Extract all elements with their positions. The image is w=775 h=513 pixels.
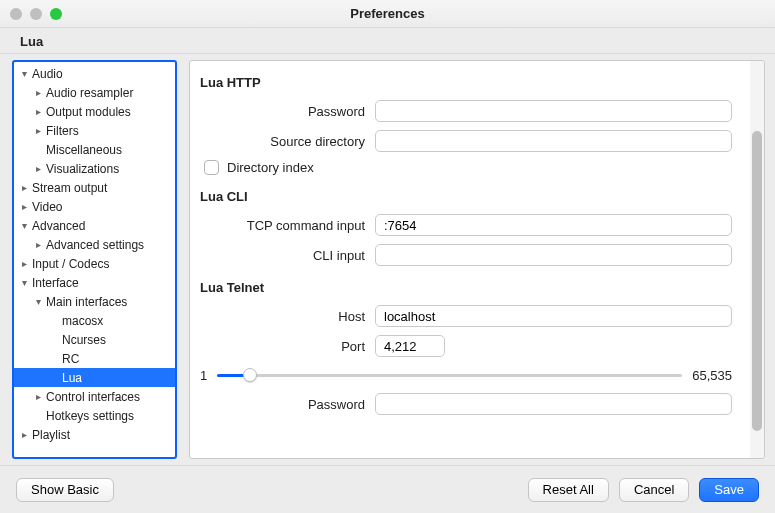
tree-item-label: Output modules xyxy=(46,105,131,119)
slider-min: 1 xyxy=(200,368,207,383)
tree-item-stream-output[interactable]: ▸Stream output xyxy=(14,178,175,197)
label-telnet-password: Password xyxy=(200,397,365,412)
section-header: Lua xyxy=(0,28,775,54)
tree-item-label: Lua xyxy=(62,371,82,385)
tree-item-label: Main interfaces xyxy=(46,295,127,309)
disclosure-right-icon[interactable]: ▸ xyxy=(32,106,44,117)
tree-item-advanced-settings[interactable]: ▸Advanced settings xyxy=(14,235,175,254)
row-telnet-port: Port xyxy=(200,335,732,357)
tree-item-label: Miscellaneous xyxy=(46,143,122,157)
traffic-lights xyxy=(10,8,62,20)
label-cli-tcp: TCP command input xyxy=(200,218,365,233)
close-window-button[interactable] xyxy=(10,8,22,20)
tree-item-ncurses[interactable]: Ncurses xyxy=(14,330,175,349)
tree-item-rc[interactable]: RC xyxy=(14,349,175,368)
zoom-window-button[interactable] xyxy=(50,8,62,20)
label-http-dirindex: Directory index xyxy=(227,160,314,175)
input-telnet-port[interactable] xyxy=(375,335,445,357)
disclosure-right-icon[interactable]: ▸ xyxy=(32,163,44,174)
row-telnet-password: Password xyxy=(200,393,732,415)
input-cli-tcp[interactable] xyxy=(375,214,732,236)
input-telnet-host[interactable] xyxy=(375,305,732,327)
tree-item-label: Playlist xyxy=(32,428,70,442)
tree-item-label: Control interfaces xyxy=(46,390,140,404)
tree-item-playlist[interactable]: ▸Playlist xyxy=(14,425,175,444)
tree-item-control-interfaces[interactable]: ▸Control interfaces xyxy=(14,387,175,406)
slider-track xyxy=(217,374,682,377)
tree-item-macosx[interactable]: macosx xyxy=(14,311,175,330)
tree-item-input-codecs[interactable]: ▸Input / Codecs xyxy=(14,254,175,273)
content: Lua HTTP Password Source directory Direc… xyxy=(190,61,750,458)
content-panel: Lua HTTP Password Source directory Direc… xyxy=(189,60,765,459)
tree-item-label: Visualizations xyxy=(46,162,119,176)
tree-item-filters[interactable]: ▸Filters xyxy=(14,121,175,140)
disclosure-right-icon[interactable]: ▸ xyxy=(18,429,30,440)
tree-item-label: Advanced xyxy=(32,219,85,233)
tree-item-video[interactable]: ▸Video xyxy=(14,197,175,216)
disclosure-down-icon[interactable]: ▾ xyxy=(18,68,30,79)
group-title-lua-cli: Lua CLI xyxy=(200,189,732,204)
content-scrollbar[interactable] xyxy=(750,61,764,458)
tree-item-label: Advanced settings xyxy=(46,238,144,252)
slider-thumb[interactable] xyxy=(243,368,257,382)
tree-item-label: Audio xyxy=(32,67,63,81)
row-http-password: Password xyxy=(200,100,732,122)
input-telnet-password[interactable] xyxy=(375,393,732,415)
tree-item-audio-resampler[interactable]: ▸Audio resampler xyxy=(14,83,175,102)
label-cli-input: CLI input xyxy=(200,248,365,263)
tree-item-hotkeys-settings[interactable]: Hotkeys settings xyxy=(14,406,175,425)
footer: Show Basic Reset All Cancel Save xyxy=(0,465,775,513)
disclosure-right-icon[interactable]: ▸ xyxy=(32,125,44,136)
tree-item-miscellaneous[interactable]: Miscellaneous xyxy=(14,140,175,159)
window-title: Preferences xyxy=(0,6,775,21)
tree-item-lua[interactable]: Lua xyxy=(14,368,175,387)
tree-item-label: Stream output xyxy=(32,181,107,195)
group-title-lua-telnet: Lua Telnet xyxy=(200,280,732,295)
minimize-window-button[interactable] xyxy=(30,8,42,20)
disclosure-right-icon[interactable]: ▸ xyxy=(18,201,30,212)
disclosure-right-icon[interactable]: ▸ xyxy=(32,239,44,250)
save-button[interactable]: Save xyxy=(699,478,759,502)
tree-item-label: Input / Codecs xyxy=(32,257,109,271)
disclosure-right-icon[interactable]: ▸ xyxy=(32,391,44,402)
input-http-password[interactable] xyxy=(375,100,732,122)
reset-all-button[interactable]: Reset All xyxy=(528,478,609,502)
tree-item-main-interfaces[interactable]: ▾Main interfaces xyxy=(14,292,175,311)
section-title: Lua xyxy=(20,34,43,49)
tree-item-output-modules[interactable]: ▸Output modules xyxy=(14,102,175,121)
tree-item-audio[interactable]: ▾Audio xyxy=(14,64,175,83)
row-cli-input: CLI input xyxy=(200,244,732,266)
disclosure-right-icon[interactable]: ▸ xyxy=(18,258,30,269)
slider-max: 65,535 xyxy=(692,368,732,383)
settings-tree[interactable]: ▾Audio▸Audio resampler▸Output modules▸Fi… xyxy=(12,60,177,459)
titlebar: Preferences xyxy=(0,0,775,28)
scrollbar-thumb[interactable] xyxy=(752,131,762,431)
input-http-srcdir[interactable] xyxy=(375,130,732,152)
row-cli-tcp: TCP command input xyxy=(200,214,732,236)
tree-item-label: Hotkeys settings xyxy=(46,409,134,423)
label-telnet-host: Host xyxy=(200,309,365,324)
row-http-dirindex: Directory index xyxy=(204,160,732,175)
label-http-srcdir: Source directory xyxy=(200,134,365,149)
disclosure-down-icon[interactable]: ▾ xyxy=(18,220,30,231)
disclosure-right-icon[interactable]: ▸ xyxy=(18,182,30,193)
tree-item-visualizations[interactable]: ▸Visualizations xyxy=(14,159,175,178)
checkbox-http-dirindex[interactable] xyxy=(204,160,219,175)
label-telnet-port: Port xyxy=(200,339,365,354)
tree-item-label: Audio resampler xyxy=(46,86,133,100)
input-cli-input[interactable] xyxy=(375,244,732,266)
group-title-lua-http: Lua HTTP xyxy=(200,75,732,90)
tree-item-label: Filters xyxy=(46,124,79,138)
tree-item-label: Video xyxy=(32,200,62,214)
cancel-button[interactable]: Cancel xyxy=(619,478,689,502)
row-telnet-host: Host xyxy=(200,305,732,327)
body: ▾Audio▸Audio resampler▸Output modules▸Fi… xyxy=(0,54,775,465)
show-basic-button[interactable]: Show Basic xyxy=(16,478,114,502)
disclosure-down-icon[interactable]: ▾ xyxy=(32,296,44,307)
slider-telnet-port[interactable] xyxy=(217,365,682,385)
disclosure-right-icon[interactable]: ▸ xyxy=(32,87,44,98)
disclosure-down-icon[interactable]: ▾ xyxy=(18,277,30,288)
tree-item-label: macosx xyxy=(62,314,103,328)
tree-item-interface[interactable]: ▾Interface xyxy=(14,273,175,292)
tree-item-advanced[interactable]: ▾Advanced xyxy=(14,216,175,235)
